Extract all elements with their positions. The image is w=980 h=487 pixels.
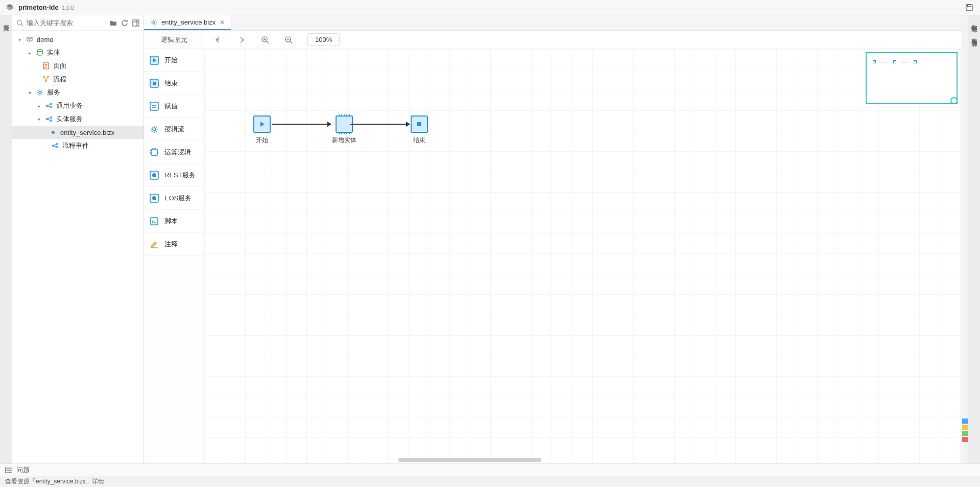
save-layout-icon[interactable] <box>964 2 975 13</box>
app-logo <box>5 3 14 12</box>
tree-label: 通用业务 <box>56 101 83 110</box>
svg-point-33 <box>153 128 156 131</box>
search-input[interactable] <box>27 19 107 27</box>
chip-icon <box>149 147 159 157</box>
tree-node-entity-service[interactable]: ▾ 实体服务 <box>12 112 144 126</box>
canvas-wrapper: 100% 开始 新增实体 <box>204 31 962 463</box>
palette-label: REST服务 <box>164 171 196 180</box>
resource-panel-header <box>12 15 144 31</box>
palette-label: 开始 <box>164 56 178 65</box>
node-start[interactable]: 开始 <box>253 115 271 145</box>
right-rail-item-datasource[interactable]: 数据源 <box>970 19 978 22</box>
svg-rect-0 <box>966 5 972 11</box>
tree-node-flow[interactable]: 流程 <box>12 73 144 86</box>
edge[interactable] <box>350 124 410 125</box>
zoom-in-icon[interactable] <box>260 35 270 44</box>
node-end[interactable]: 结束 <box>411 115 428 145</box>
undo-icon[interactable] <box>213 35 223 44</box>
editor-tabs: entity_service.bizx ✕ <box>144 15 962 31</box>
svg-point-2 <box>17 20 22 25</box>
svg-point-18 <box>51 107 52 108</box>
palette-item-assign[interactable]: 赋值 <box>144 95 204 118</box>
cube-icon <box>26 35 34 43</box>
tree-node-service[interactable]: ▾ 服务 <box>12 86 144 99</box>
tree-label: 流程事件 <box>62 141 89 150</box>
palette-label: EOS服务 <box>164 194 192 203</box>
close-icon[interactable]: ✕ <box>220 19 225 26</box>
svg-point-7 <box>37 50 42 52</box>
bottom-panel-label: 问题 <box>16 466 30 475</box>
svg-point-14 <box>45 80 46 82</box>
palette-label: 注释 <box>164 240 178 249</box>
resource-tree: ▾ demo ▸ 实体 页面 流程 <box>12 31 144 463</box>
tree-label: 实体服务 <box>56 114 83 124</box>
palette-item-script[interactable]: 脚本 <box>144 210 204 233</box>
palette-item-start[interactable]: 开始 <box>144 49 204 72</box>
zoom-level[interactable]: 100% <box>307 33 340 46</box>
gear-icon <box>36 88 44 97</box>
folder-icon[interactable] <box>109 18 118 28</box>
editor-tab[interactable]: entity_service.bizx ✕ <box>144 15 231 30</box>
stop-box-icon <box>149 78 159 88</box>
palette-item-rest[interactable]: R REST服务 <box>144 164 204 187</box>
tree-node-root[interactable]: ▾ demo <box>12 33 144 46</box>
svg-rect-41 <box>151 218 158 225</box>
svg-point-20 <box>51 117 52 119</box>
tree-label: entity_service.bizx <box>60 129 114 136</box>
refresh-icon[interactable] <box>120 18 129 28</box>
palette-label: 赋值 <box>164 102 178 111</box>
assign-icon <box>149 101 159 111</box>
node-label: 开始 <box>256 136 268 145</box>
redo-icon[interactable] <box>237 35 246 44</box>
tree-node-entity[interactable]: ▸ 实体 <box>12 46 144 59</box>
app-version: 1.0.0 <box>62 5 74 11</box>
svg-text:E: E <box>153 197 155 200</box>
play-box-icon <box>149 55 159 65</box>
edge[interactable] <box>272 124 331 125</box>
svg-rect-34 <box>151 149 157 155</box>
bottom-panel[interactable]: 问题 <box>0 463 980 476</box>
palette-item-compute[interactable]: 运算逻辑 <box>144 141 204 164</box>
svg-rect-1 <box>968 5 971 7</box>
collapse-icon[interactable] <box>131 18 140 28</box>
link-icon <box>45 115 53 123</box>
tree-label: 实体 <box>47 48 60 57</box>
rest-icon: R <box>149 170 159 180</box>
dot-icon <box>49 128 57 136</box>
palette-header: 逻辑图元 <box>144 31 204 49</box>
svg-line-3 <box>21 24 23 26</box>
svg-point-19 <box>46 119 48 120</box>
canvas[interactable]: 开始 新增实体 结束 <box>204 49 962 463</box>
pencil-icon <box>149 239 159 249</box>
svg-line-48 <box>290 41 292 43</box>
palette-item-note[interactable]: 注释 <box>144 233 204 256</box>
tree-label: 流程 <box>53 75 66 84</box>
canvas-hscroll[interactable] <box>204 456 962 463</box>
right-rail-item-offline[interactable]: 离线资源 <box>970 33 978 37</box>
palette-item-logicflow[interactable]: 逻辑流 <box>144 118 204 141</box>
tree-node-page[interactable]: 页面 <box>12 59 144 73</box>
left-rail[interactable]: 资源 <box>0 15 12 463</box>
svg-point-26 <box>153 21 155 24</box>
svg-line-44 <box>267 41 269 43</box>
palette-item-end[interactable]: 结束 <box>144 72 204 95</box>
search-icon <box>15 18 25 28</box>
node-label: 结束 <box>413 136 425 145</box>
tree-node-common-biz[interactable]: ▸ 通用业务 <box>12 99 144 112</box>
tab-title: entity_service.bizx <box>161 18 216 26</box>
app-name: primeton-ide <box>18 4 59 11</box>
tree-node-flow-event[interactable]: 流程事件 <box>12 139 144 152</box>
node-mid[interactable]: 新增实体 <box>332 115 356 145</box>
db-icon <box>36 49 44 57</box>
zoom-out-icon[interactable] <box>284 35 293 44</box>
svg-point-17 <box>51 104 52 105</box>
eos-icon: E <box>149 193 159 203</box>
tree-node-file[interactable]: entity_service.bizx <box>12 126 144 139</box>
palette-item-eos[interactable]: E EOS服务 <box>144 187 204 210</box>
svg-point-22 <box>52 131 55 134</box>
page-icon <box>42 62 50 70</box>
caret-down-icon: ▾ <box>36 117 42 122</box>
tool-strip[interactable] <box>962 15 968 463</box>
gear-icon <box>150 19 157 26</box>
minimap[interactable] <box>866 52 958 104</box>
